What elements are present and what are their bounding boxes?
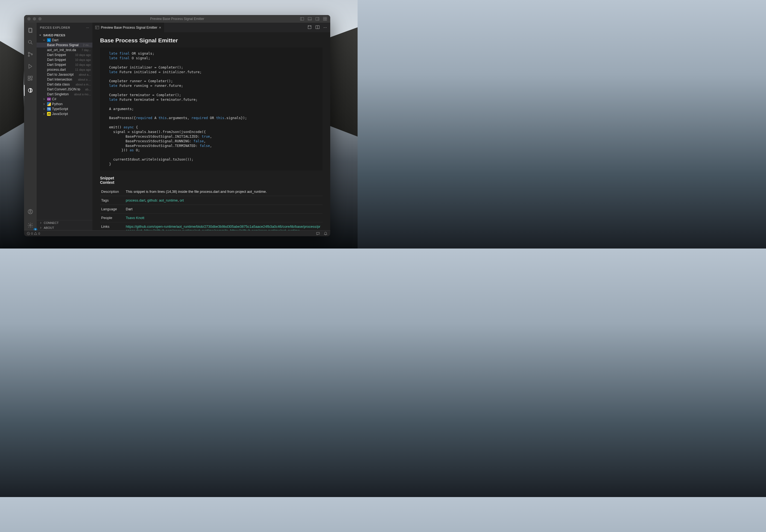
chevron-down-icon [38,33,42,37]
explorer-view[interactable] [24,25,37,36]
saved-pieces-section[interactable]: SAVED PIECES [37,33,92,38]
people-link[interactable]: Tsavo Knott [126,216,144,220]
pieces-view[interactable] [24,85,37,96]
about-label: ABOUT [44,226,54,229]
tab-close-icon[interactable]: × [159,25,161,30]
status-bar: 0 0 [24,230,330,236]
svg-rect-7 [325,17,327,19]
editor-content[interactable]: Base Process Signal Emitter late final O… [92,32,330,230]
snippet-item[interactable]: Dart Intersectionabout a ... [37,77,92,82]
meta-value: https://github.com/open-runtime/aot_runt… [125,222,323,230]
extensions-view[interactable] [24,73,37,84]
snippet-name: Dart Convert JSON to [47,87,80,91]
minimize-window[interactable] [33,17,36,20]
snippet-item[interactable]: Base Process Signal2 mi... [37,43,92,48]
run-debug-view[interactable] [24,61,37,72]
meta-label: Language [100,205,125,213]
svg-rect-18 [28,76,30,78]
tag[interactable]: process.dart [126,198,145,202]
svg-point-12 [28,40,31,43]
search-view[interactable] [24,37,37,48]
snippet-item[interactable]: process.dart11 days ago [37,67,92,72]
meta-row-people: People Tsavo Knott [100,213,323,222]
editor-area: Preview Base Process Signal Emitter × ··… [92,23,330,230]
saved-pieces-label: SAVED PIECES [43,34,65,37]
split-editor-icon[interactable] [316,25,320,29]
snippet-time: about a mo... [74,93,91,96]
activity-bar: 1 [24,23,37,230]
chevron-right-icon [42,112,46,116]
tab-bar: Preview Base Process Signal Emitter × ··… [92,23,330,32]
connect-section[interactable]: CONNECT [37,220,92,225]
meta-value: Dart [125,205,323,213]
python-icon [47,102,51,106]
toggle-primary-sidebar-icon[interactable] [300,17,304,21]
snippet-time: 11 days ago [75,68,91,71]
settings-view[interactable]: 1 [24,220,37,230]
sidebar-more-icon[interactable]: ··· [86,26,89,29]
snippet-item[interactable]: Dart data classabout a m... [37,82,92,87]
preview-icon [95,25,99,29]
customize-layout-icon[interactable] [323,17,327,21]
lang-python[interactable]: Python [37,102,92,107]
bg-rock-right [328,27,358,137]
snippet-context-label: Snippet Context [100,176,323,185]
chevron-down-icon [42,38,46,42]
svg-rect-19 [31,76,32,78]
meta-row-links: Links https://github.com/open-runtime/ao… [100,222,323,230]
source-control-view[interactable] [24,49,37,60]
snippet-item[interactable]: Dart to Javascriptabout a... [37,72,92,77]
lang-typescript[interactable]: TS TypeScript [37,107,92,111]
snippet-time: ab... [85,88,91,91]
meta-table: Description This snippet is from lines (… [100,187,323,230]
csharp-icon: C# [47,97,51,101]
meta-label: People [100,213,125,222]
snippet-item[interactable]: Dart Snippet10 days ago [37,57,92,62]
snippet-item[interactable]: Dart Snippet10 days ago [37,52,92,57]
chevron-right-icon [42,97,46,101]
ts-icon: TS [47,107,51,111]
snippet-item[interactable]: Dart Singletonabout a mo... [37,92,92,97]
lang-label: Python [52,102,63,106]
tab-preview[interactable]: Preview Base Process Signal Emitter × [92,23,164,32]
svg-point-15 [28,55,29,57]
sidebar-title: PIECES EXPLORER [40,26,70,29]
tag[interactable]: github: aot_runtime [147,198,178,202]
snippet-item[interactable]: aot_ort_init_test.da7 day... [37,48,92,52]
editor-more-icon[interactable]: ··· [323,25,327,30]
maximize-window[interactable] [38,17,42,20]
page-title: Base Process Signal Emitter [100,37,323,44]
lang-dart[interactable]: Dart [37,38,92,43]
lang-javascript[interactable]: JS JavaScript [37,111,92,116]
close-window[interactable] [27,17,31,20]
feedback-icon[interactable] [316,232,320,235]
svg-point-24 [29,210,31,212]
snippet-name: Dart Intersection [47,78,72,81]
snippet-time: 10 days ago [75,63,91,66]
tag[interactable]: ort [179,198,184,202]
snippet-item[interactable]: Dart Convert JSON toab... [37,87,92,92]
meta-value: Tsavo Knott [125,213,323,222]
about-section[interactable]: ABOUT [37,225,92,230]
svg-marker-17 [29,64,32,69]
code-block: late final OR signals; late final O sign… [100,48,323,170]
status-problems[interactable]: 0 0 [27,232,40,235]
snippet-item[interactable]: Dart Snippet10 days ago [37,62,92,67]
meta-value: process.dart, github: aot_runtime, ort [125,196,323,205]
toggle-secondary-sidebar-icon[interactable] [316,17,319,21]
window-title: Preview Base Process Signal Emitter [150,17,204,21]
tab-label: Preview Base Process Signal Emitter [101,26,157,29]
snippet-time: about a ... [78,78,91,81]
meta-label: Tags [100,196,125,205]
accounts-view[interactable] [24,206,37,217]
show-source-icon[interactable] [308,25,312,29]
snippet-name: Dart Snippet [47,58,66,62]
snippet-time: 2 mi... [83,43,91,47]
toggle-panel-icon[interactable] [308,17,312,21]
bell-icon[interactable] [324,232,328,235]
js-icon: JS [47,112,51,116]
lang-csharp[interactable]: C# C# [37,97,92,102]
lang-label: TypeScript [52,107,68,111]
meta-row-description: Description This snippet is from lines (… [100,187,323,196]
bg-rock-left [0,41,25,137]
